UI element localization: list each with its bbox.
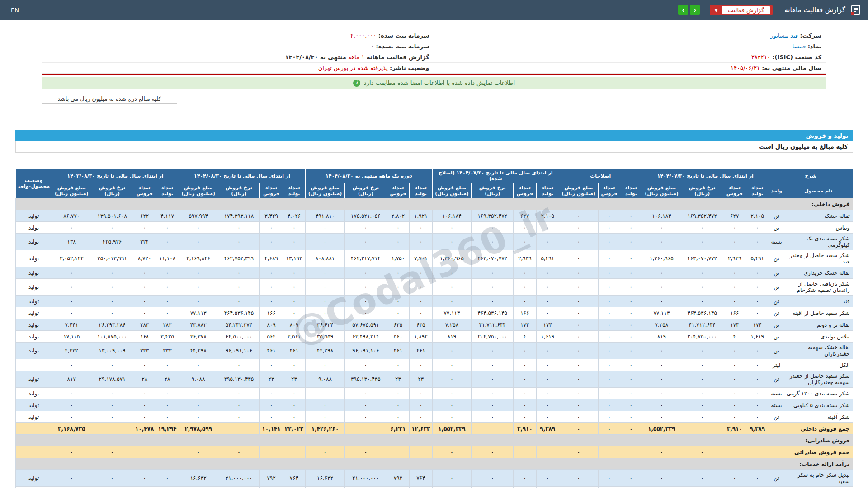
value-cell: ۰ (410, 222, 432, 234)
value-cell: ۰ (387, 279, 409, 296)
header-subcol: تعداد تولید (536, 183, 559, 198)
info-label: سال مالی منتهی به: (760, 65, 821, 71)
status-cell: تولید (15, 343, 52, 359)
value-cell: ۲۸۳ (156, 319, 179, 331)
data-row: شکر آفینهتن۰۰۰۰۰۰۰۰۰۰۰۰۰۰۰۰۰۰۰۰۰۰۰تولید (15, 411, 853, 423)
value-cell: ۰ (472, 222, 514, 234)
value-cell: ۰ (91, 446, 133, 458)
header-group: از ابتدای سال مالی تا تاریخ ۱۴۰۴/۰۸/۳۰ (179, 169, 305, 183)
value-cell: ۳,۱۶۸,۷۳۵ (52, 423, 91, 435)
product-name-cell: تفاله تر و دونم (784, 319, 853, 331)
product-name-cell: تفاله خشک خریداری (784, 267, 853, 279)
value-cell: ۱۶۶ (723, 307, 746, 319)
section-title: تولید و فروش (806, 132, 849, 139)
value-cell: ۰ (681, 234, 723, 250)
info-cell: وضعیت ناشر: پذیرفته شده در بورس تهران (42, 63, 434, 74)
value-cell: ۰ (387, 296, 409, 307)
value-cell: ۰ (218, 267, 260, 279)
value-cell: ۰ (642, 487, 681, 488)
value-cell: ۳۵,۵۵۹ (306, 331, 345, 343)
data-row: شکر سفید حاصل از چغندر - سهمیه چغندرکارا… (15, 371, 853, 388)
value-cell: ۰ (598, 388, 620, 399)
header-group-row: شرحاز ابتدای سال مالی تا تاریخ ۱۴۰۴/۰۷/۳… (15, 169, 853, 183)
value-cell: ۷۶۴ (410, 470, 432, 487)
value-cell (723, 446, 746, 458)
info-value[interactable]: قنیشا (793, 43, 806, 50)
data-row: ملاس تولیدیتن۱,۶۱۹۴۲۰۴,۷۵۰,۰۰۰۸۱۹۰۰۰۱,۶۱… (15, 331, 853, 343)
status-cell: تولید (15, 371, 52, 388)
value-cell: ۰ (536, 371, 559, 388)
language-toggle-en[interactable]: EN (11, 7, 19, 14)
unit-cell: تن (769, 296, 784, 307)
value-cell: ۴۶۱ (387, 343, 409, 359)
value-cell: ۰ (620, 267, 642, 279)
value-cell: ۱,۳۶۰,۹۶۵ (642, 250, 681, 267)
value-cell: ۳,۴۲۵ (156, 331, 179, 343)
value-cell: ۱۶۶ (260, 307, 283, 319)
value-cell: ۲,۸۰۲ (387, 210, 409, 222)
value-cell: ۰ (514, 234, 536, 250)
value-cell: ۰ (598, 359, 620, 371)
value-cell: ۰ (559, 307, 598, 319)
value-cell: ۰ (723, 388, 746, 399)
value-cell (91, 423, 133, 435)
value-cell: ۲,۹۷۸,۵۹۹ (179, 423, 218, 435)
header-subcol: تعداد فروش (723, 183, 746, 198)
value-cell: ۸۶,۷۷۰ (52, 210, 91, 222)
value-cell: ۰ (472, 446, 514, 458)
header-subcol: تعداد فروش (514, 183, 536, 198)
value-cell: ۰ (133, 296, 156, 307)
value-cell: ۲,۱۰۵ (746, 210, 769, 222)
value-cell: ۰ (432, 411, 472, 423)
value-cell: ۰ (410, 399, 432, 411)
value-cell: ۰ (52, 487, 91, 488)
value-cell: ۰ (559, 423, 598, 435)
value-cell: ۰ (91, 296, 133, 307)
value-cell: ۱۰۶,۱۸۴ (642, 210, 681, 222)
next-report-button[interactable]: ‹ (690, 5, 700, 15)
value-cell: ۰ (283, 222, 305, 234)
value-cell: ۰ (620, 371, 642, 388)
value-cell: ۹,۰۸۸ (179, 371, 218, 388)
value-cell: ۳,۰۵۲,۱۲۲ (52, 250, 91, 267)
value-cell (536, 446, 559, 458)
value-cell (620, 446, 642, 458)
info-value[interactable]: قند نیشابور (770, 32, 798, 39)
value-cell: ۰ (642, 446, 681, 458)
value-cell: ۰ (306, 296, 345, 307)
status-cell: تولید (15, 470, 52, 487)
value-cell: ۰ (387, 222, 409, 234)
value-cell: ۳,۹۱۰ (514, 423, 536, 435)
value-cell: ۰ (179, 234, 218, 250)
value-cell: ۰ (681, 446, 723, 458)
report-type-dropdown[interactable]: گزارش فعالیت ▼ (710, 5, 773, 15)
value-cell: ۵۶۴ (260, 331, 283, 343)
value-cell: ۰ (472, 359, 514, 371)
value-cell: ۰ (179, 399, 218, 411)
value-cell: ۰ (536, 359, 559, 371)
header-subcol: نرخ فروش (ریال) (472, 183, 514, 198)
value-cell: ۳۳۳ (133, 343, 156, 359)
header-subcol: مبلغ فروش (میلیون ریال) (179, 183, 218, 198)
value-cell: ۰ (344, 411, 387, 423)
product-name-cell: قند (784, 296, 853, 307)
value-cell: ۱۷۴ (723, 319, 746, 331)
value-cell: ۰ (283, 399, 305, 411)
previous-report-button[interactable]: › (678, 5, 688, 15)
status-cell: تولید (15, 296, 52, 307)
header-status: وضعیت محصول-واحد (15, 169, 52, 198)
info-row: شرکت: قند نیشابورسرمایه ثبت شده: ۴,۰۰۰,۰… (42, 30, 826, 41)
value-cell: ۰ (620, 307, 642, 319)
section-row: درآمد ارائه خدمات: (15, 458, 853, 470)
value-cell: ۰ (598, 222, 620, 234)
value-cell: ۰ (133, 411, 156, 423)
value-cell: ۰ (559, 446, 598, 458)
value-cell: ۰ (559, 234, 598, 250)
value-cell: ۲۲,۰۲۲ (283, 423, 305, 435)
value-cell: ۱۹,۲۹۴ (156, 423, 179, 435)
report-navigation: ‹ › (678, 5, 700, 15)
value-cell: ۰ (179, 222, 218, 234)
value-cell: ۰ (410, 279, 432, 296)
value-cell: ۰ (559, 210, 598, 222)
value-cell: ۰ (156, 296, 179, 307)
